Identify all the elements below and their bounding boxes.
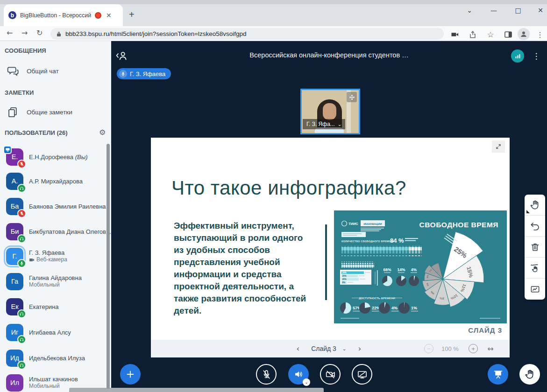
chevron-down-icon: ⌄: [338, 122, 341, 127]
avatar-initials: Ек: [11, 303, 18, 310]
next-slide-button[interactable]: ›: [353, 340, 367, 357]
forward-icon[interactable]: →: [21, 28, 28, 37]
connection-status-icon[interactable]: [511, 49, 524, 63]
infographic-brand-tag: ИННОВАЦИИ: [363, 223, 382, 225]
user-list-item[interactable]: Е. Е.Н.Дорофеева (Вы): [0, 146, 107, 168]
clear-annotations-button[interactable]: [525, 237, 545, 258]
user-name: Ильшат качкинов: [29, 376, 78, 383]
webcam-mini-icon: [29, 258, 35, 262]
user-list-item[interactable]: Г. Г. З. Яфаева Веб-камера: [0, 245, 107, 267]
avatar-initials: А.: [12, 177, 18, 185]
slide-select-chevron-icon[interactable]: ⌄: [339, 340, 350, 357]
presentation-toolbar: ‹ Слайд 3 ⌄ › − 100 % + ↔: [151, 340, 510, 357]
palm-rejection-button[interactable]: [525, 258, 545, 279]
unmute-mic-button[interactable]: [256, 364, 277, 385]
previous-slide-button[interactable]: ‹: [291, 340, 305, 357]
sidebar-item-public-chat[interactable]: Общий чат: [0, 63, 111, 78]
avatar: Иг: [6, 324, 23, 341]
user-list-item[interactable]: Ил Ильшат качкинов Мобильный: [0, 372, 107, 392]
user-list-item[interactable]: Ек Екатерина: [0, 296, 107, 317]
slide-body-text: Эффективный инструмент, выступающий в ро…: [174, 220, 314, 317]
slide-fullscreen-icon[interactable]: [492, 140, 505, 153]
sidebar-item-shared-notes[interactable]: Общие заметки: [0, 105, 111, 119]
close-window-icon[interactable]: ✕: [533, 7, 547, 14]
audio-options-chevron-icon[interactable]: ⌄: [303, 378, 310, 386]
user-list-item[interactable]: А. А.Р. Мирхайдарова: [0, 170, 107, 192]
svg-text:25%: 25%: [342, 275, 347, 277]
avatar: Ек: [6, 298, 23, 315]
options-menu-icon[interactable]: ⋮: [532, 49, 541, 63]
browser-tab-strip: b BigBlueButton - Всероссийс ✕ + ⌄ — □ ✕: [0, 0, 547, 26]
talking-indicator[interactable]: Г. З. Яфаева: [117, 68, 171, 79]
quantity-label: КОЛИЧЕСТВО СВОБОДНОГО ВРЕМЕНИ: [341, 240, 394, 243]
status-badge: [17, 335, 26, 344]
users-header: ПОЛЬЗОВАТЕЛИ (26): [5, 129, 68, 136]
fit-to-width-button[interactable]: ↔: [483, 340, 497, 357]
url-text: bbb233.bspu.ru/html5client/join?sessionT…: [65, 30, 247, 37]
status-badge: [17, 259, 26, 268]
minimize-window-icon[interactable]: —: [487, 7, 501, 14]
manage-users-gear-icon[interactable]: ⚙: [99, 128, 106, 137]
audio-settings-button[interactable]: ⌄: [288, 364, 309, 385]
user-subtitle: Мобильный: [29, 281, 60, 288]
talking-user-name: Г. З. Яфаева: [130, 70, 165, 77]
user-list-item[interactable]: Би Бикбулатова Диана Олегов...: [0, 221, 107, 242]
browser-menu-icon[interactable]: ⋮: [534, 29, 546, 40]
new-tab-button[interactable]: +: [129, 9, 135, 20]
zoom-level-value: 100 %: [441, 340, 459, 357]
tab-search-icon[interactable]: ⌄: [462, 7, 476, 14]
status-badge: [17, 184, 26, 193]
reload-icon[interactable]: ↻: [36, 28, 43, 37]
avatar-initials: Би: [11, 228, 19, 235]
chart-tool-button[interactable]: [525, 279, 545, 300]
share-icon[interactable]: [467, 29, 478, 40]
avatar-initials: Га: [11, 278, 18, 285]
sidebar: СООБЩЕНИЯ Общий чат ЗАМЕТКИ Общие заметк…: [0, 41, 111, 392]
user-name: А.Р. Мирхайдарова: [29, 178, 83, 185]
back-icon[interactable]: ←: [7, 28, 13, 37]
notes-icon: [7, 106, 19, 119]
webcam-user-dropdown[interactable]: Г. З. Яфа... ⌄: [303, 119, 345, 129]
avatar: Га: [6, 273, 23, 290]
browser-tab[interactable]: b BigBlueButton - Всероссийс ✕: [4, 4, 123, 26]
svg-text:8%: 8%: [342, 281, 346, 284]
undo-annotation-button[interactable]: [525, 216, 545, 237]
main-area: Всероссийская онлайн-конференция студент…: [111, 41, 547, 392]
presentation-slide[interactable]: Что такое инфографика? Эффективный инстр…: [151, 138, 510, 340]
side-panel-icon[interactable]: [503, 29, 514, 40]
infographic-brand: ТИИС: [348, 222, 358, 226]
avatar: Би: [6, 223, 23, 240]
maximize-window-icon[interactable]: □: [511, 7, 525, 14]
public-chat-label: Общий чат: [27, 68, 59, 75]
bigbluebutton-favicon: b: [8, 11, 16, 19]
user-list-item[interactable]: Иг Игибаева Алсу: [0, 322, 107, 343]
address-bar[interactable]: bbb233.bspu.ru/html5client/join?sessionT…: [50, 28, 444, 40]
webcam-video[interactable]: Г. З. Яфа... ⌄: [300, 89, 360, 134]
user-list-item[interactable]: Га Галина Айдаровна Мобильный: [0, 271, 107, 292]
slide-select-label[interactable]: Слайд 3: [307, 340, 341, 357]
actions-plus-button[interactable]: [120, 364, 141, 385]
share-screen-button[interactable]: [352, 364, 372, 385]
status-badge: [17, 160, 26, 168]
zoom-in-button[interactable]: +: [469, 344, 478, 353]
raise-hand-button[interactable]: [519, 364, 540, 385]
user-list-item[interactable]: Ба Баянова Эмилия Раилевна: [0, 196, 107, 217]
zoom-out-button[interactable]: −: [424, 344, 433, 353]
avatar-initials: Е.: [12, 153, 18, 161]
camera-in-use-icon[interactable]: [449, 29, 461, 40]
minimize-presentation-button[interactable]: [488, 364, 508, 385]
profile-avatar[interactable]: [518, 28, 530, 40]
user-subtitle: Веб-камера: [36, 256, 67, 263]
svg-text:1%: 1%: [411, 306, 417, 310]
avatar-initials: Ил: [10, 379, 19, 386]
webcam-fullscreen-icon[interactable]: [347, 92, 357, 102]
user-name: Екатерина: [29, 303, 59, 310]
browser-window: b BigBlueButton - Всероссийс ✕ + ⌄ — □ ✕…: [0, 0, 547, 392]
user-list-item[interactable]: Ид Идельбекова Илуза: [0, 347, 107, 369]
stat-84: 84 %: [390, 237, 404, 244]
share-webcam-button[interactable]: [320, 364, 341, 385]
bookmark-star-icon[interactable]: ☆: [485, 29, 496, 40]
tab-close-icon[interactable]: ✕: [106, 12, 112, 19]
hand-tool-button[interactable]: [525, 195, 545, 216]
userlist-scrollbar[interactable]: [107, 144, 110, 389]
